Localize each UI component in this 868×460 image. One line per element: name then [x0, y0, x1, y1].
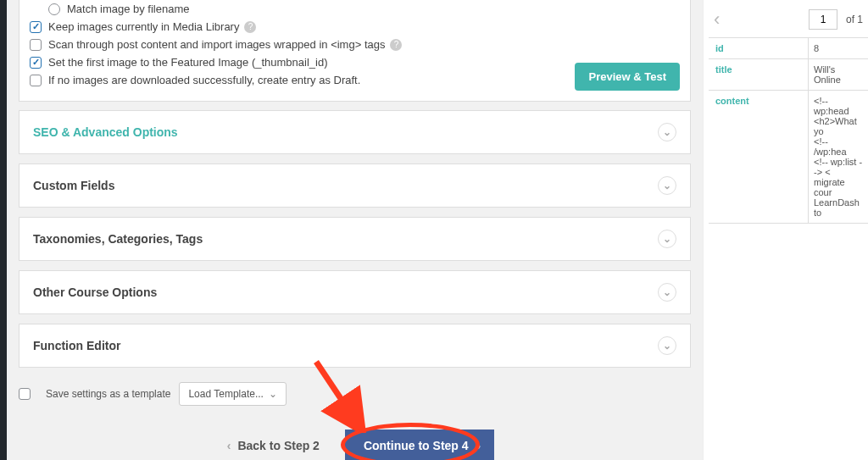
checkbox-checked-icon: [30, 57, 42, 69]
preview-val-title: Will's Online: [809, 59, 868, 90]
preview-val-content: <!-- wp:head <h2>What yo <!-- /wp:hea <!…: [809, 91, 868, 223]
table-row: content <!-- wp:head <h2>What yo <!-- /w…: [709, 91, 868, 224]
section-taxonomies[interactable]: Taxonomies, Categories, Tags ⌄: [19, 217, 691, 261]
preview-key-id: id: [709, 38, 809, 58]
back-label: Back to Step 2: [237, 439, 319, 452]
option-keep-media-library[interactable]: Keep images currently in Media Library ?: [30, 18, 680, 36]
step-navigation: ‹ Back to Step 2 Continue to Step 4 ›: [7, 430, 703, 460]
save-template-label: Save settings as a template: [46, 388, 170, 400]
pager-prev-icon[interactable]: ‹: [714, 8, 720, 30]
continue-button[interactable]: Continue to Step 4 ›: [345, 430, 494, 460]
option-label: Keep images currently in Media Library: [48, 20, 239, 33]
record-preview-pane: ‹ of 1 id 8 title Will's Online content …: [703, 0, 868, 460]
continue-label: Continue to Step 4: [364, 439, 469, 452]
help-icon[interactable]: ?: [244, 21, 256, 33]
preview-table: id 8 title Will's Online content <!-- wp…: [709, 37, 868, 224]
checkbox-checked-icon: [30, 21, 42, 33]
image-options-panel: Match image by filename Keep images curr…: [19, 0, 691, 102]
preview-key-content: content: [709, 91, 809, 223]
chevron-down-icon: ⌄: [658, 336, 676, 355]
help-icon[interactable]: ?: [390, 39, 402, 51]
chevron-down-icon: ⌄: [658, 230, 676, 248]
record-pager: ‹ of 1: [709, 8, 868, 37]
chevron-left-icon: ‹: [227, 439, 231, 452]
chevron-down-icon: ⌄: [269, 388, 277, 400]
load-template-dropdown[interactable]: Load Template... ⌄: [179, 382, 287, 406]
section-custom-fields[interactable]: Custom Fields ⌄: [19, 163, 691, 208]
section-function-editor[interactable]: Function Editor ⌄: [19, 324, 691, 368]
preview-val-id: 8: [809, 38, 868, 58]
save-template-row: Save settings as a template Load Templat…: [19, 382, 691, 406]
preview-test-button[interactable]: Preview & Test: [575, 63, 680, 91]
section-title: Other Course Options: [33, 285, 157, 299]
option-match-filename[interactable]: Match image by filename: [30, 0, 680, 18]
checkbox-unchecked-icon[interactable]: [19, 388, 31, 400]
section-title: Custom Fields: [33, 179, 114, 192]
page-total-label: of 1: [846, 14, 863, 25]
section-course-options[interactable]: Other Course Options ⌄: [19, 270, 691, 314]
option-label: Set the first image to the Featured Imag…: [48, 56, 328, 69]
table-row: id 8: [709, 38, 868, 59]
table-row: title Will's Online: [709, 59, 868, 91]
option-scan-post-content[interactable]: Scan through post content and import ima…: [30, 36, 680, 53]
option-label: If no images are downloaded successfully…: [48, 74, 360, 86]
option-label: Scan through post content and import ima…: [48, 38, 385, 51]
page-number-input[interactable]: [809, 9, 837, 30]
radio-unchecked-icon: [48, 3, 60, 15]
section-seo-advanced[interactable]: SEO & Advanced Options ⌄: [19, 110, 691, 154]
chevron-down-icon: ⌄: [658, 123, 676, 141]
admin-menu-strip: [0, 0, 7, 460]
section-title: Function Editor: [33, 339, 120, 352]
option-label: Match image by filename: [67, 3, 190, 15]
back-button[interactable]: ‹ Back to Step 2: [215, 430, 338, 460]
preview-key-title: title: [709, 59, 809, 90]
chevron-right-icon: ›: [477, 439, 481, 452]
section-title: SEO & Advanced Options: [33, 125, 178, 139]
section-title: Taxonomies, Categories, Tags: [33, 232, 203, 246]
load-template-label: Load Template...: [188, 388, 264, 400]
chevron-down-icon: ⌄: [658, 283, 676, 302]
checkbox-unchecked-icon: [30, 39, 42, 51]
chevron-down-icon: ⌄: [658, 176, 676, 195]
checkbox-unchecked-icon: [30, 75, 42, 86]
